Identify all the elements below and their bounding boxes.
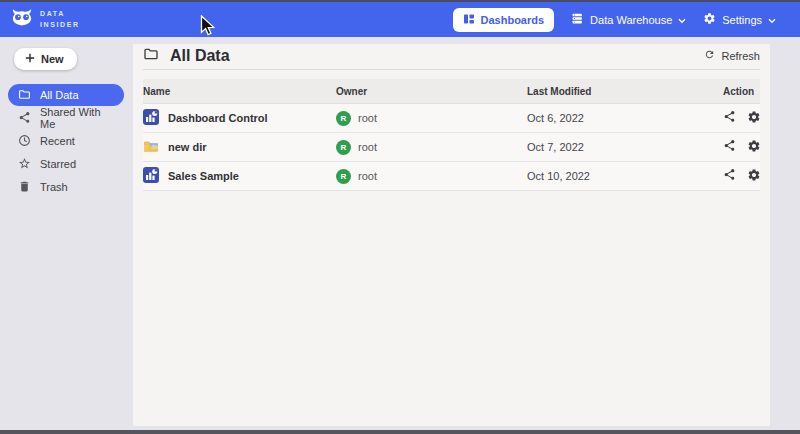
share-icon (18, 111, 31, 126)
sidebar-item-label: All Data (40, 89, 79, 101)
table-row[interactable]: Sales Sample R root Oct 10, 2022 (143, 162, 760, 191)
share-button[interactable] (723, 168, 736, 184)
gear-icon (703, 12, 716, 27)
brand-name: DATA INSIDER (40, 9, 80, 30)
sidebar-item-label: Trash (40, 181, 68, 193)
column-header-name: Name (143, 86, 336, 97)
chevron-down-icon (678, 14, 686, 26)
folder-icon (143, 46, 159, 66)
owner-name: root (358, 170, 377, 182)
sidebar-item-starred[interactable]: Starred (8, 153, 124, 175)
folder-icon (18, 88, 31, 103)
chevron-down-icon (768, 14, 776, 26)
share-button[interactable] (723, 110, 736, 126)
sidebar-item-trash[interactable]: Trash (8, 176, 124, 198)
settings-button[interactable] (747, 139, 761, 156)
sidebar-nav: All Data Shared With Me Recent (8, 84, 124, 198)
owner-avatar: R (336, 111, 351, 126)
dashboard-icon (463, 13, 475, 27)
share-icon (723, 168, 736, 184)
plus-icon (25, 53, 35, 65)
settings-button[interactable] (747, 168, 761, 185)
column-header-last-modified: Last Modified (527, 86, 723, 97)
owner-avatar: R (336, 140, 351, 155)
dashboard-file-icon (143, 109, 159, 127)
owner-name: root (358, 112, 377, 124)
brand-logo: DATA INSIDER (11, 8, 80, 31)
settings-button[interactable] (747, 110, 761, 127)
new-button[interactable]: New (14, 48, 77, 70)
page-title: All Data (170, 47, 230, 65)
main-panel: All Data Refresh Name Owner Last Modifie… (133, 44, 770, 426)
owner-avatar: R (336, 169, 351, 184)
share-icon (723, 139, 736, 155)
app-header: DATA INSIDER Dashboards (0, 2, 800, 37)
settings-menu[interactable]: Settings (703, 12, 776, 27)
last-modified: Oct 10, 2022 (527, 170, 723, 182)
table-header: Name Owner Last Modified Action (143, 79, 760, 104)
star-icon (18, 157, 31, 172)
page-header: All Data Refresh (143, 44, 760, 70)
column-header-action: Action (723, 86, 760, 97)
file-name: Sales Sample (168, 170, 239, 182)
sidebar-item-shared-with-me[interactable]: Shared With Me (8, 107, 124, 129)
gear-icon (747, 139, 761, 156)
owner-name: root (358, 141, 377, 153)
database-icon (571, 12, 584, 27)
share-button[interactable] (723, 139, 736, 155)
sidebar: New All Data Shared With Me (0, 37, 133, 430)
dashboards-button[interactable]: Dashboards (453, 8, 555, 32)
file-name: Dashboard Control (168, 112, 268, 124)
header-nav: Dashboards Data Warehouse (453, 8, 776, 32)
sidebar-item-recent[interactable]: Recent (8, 130, 124, 152)
last-modified: Oct 6, 2022 (527, 112, 723, 124)
app-window: DATA INSIDER Dashboards (0, 0, 800, 434)
owl-logo-icon (11, 8, 33, 31)
refresh-button[interactable]: Refresh (704, 49, 760, 62)
sidebar-item-label: Shared With Me (40, 106, 114, 130)
sidebar-item-label: Starred (40, 158, 76, 170)
dashboard-file-icon (143, 167, 159, 185)
data-warehouse-menu[interactable]: Data Warehouse (571, 12, 686, 27)
folder-file-icon (143, 138, 159, 156)
share-icon (723, 110, 736, 126)
gear-icon (747, 168, 761, 185)
sidebar-item-label: Recent (40, 135, 75, 147)
window-bottom-edge (0, 430, 800, 434)
refresh-icon (704, 49, 715, 62)
table-row[interactable]: Dashboard Control R root Oct 6, 2022 (143, 104, 760, 133)
last-modified: Oct 7, 2022 (527, 141, 723, 153)
file-name: new dir (168, 141, 207, 153)
table-row[interactable]: new dir R root Oct 7, 2022 (143, 133, 760, 162)
gear-icon (747, 110, 761, 127)
trash-icon (18, 180, 31, 195)
column-header-owner: Owner (336, 86, 527, 97)
sidebar-item-all-data[interactable]: All Data (8, 84, 124, 106)
clock-icon (18, 134, 31, 149)
